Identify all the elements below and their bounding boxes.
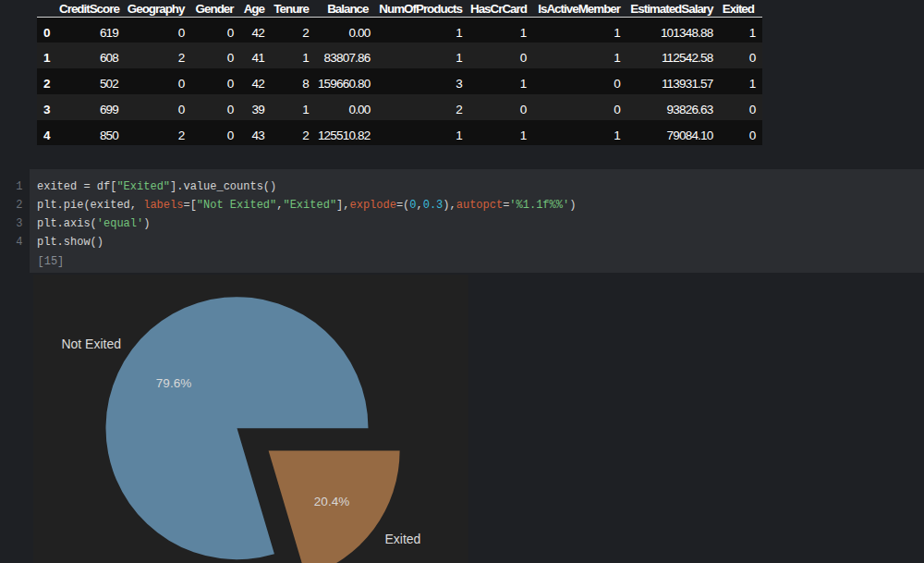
svg-text:Exited: Exited [385,532,421,546]
svg-text:20.4%: 20.4% [314,495,349,508]
svg-text:Not Exited: Not Exited [61,337,121,351]
svg-text:79.6%: 79.6% [156,376,191,390]
